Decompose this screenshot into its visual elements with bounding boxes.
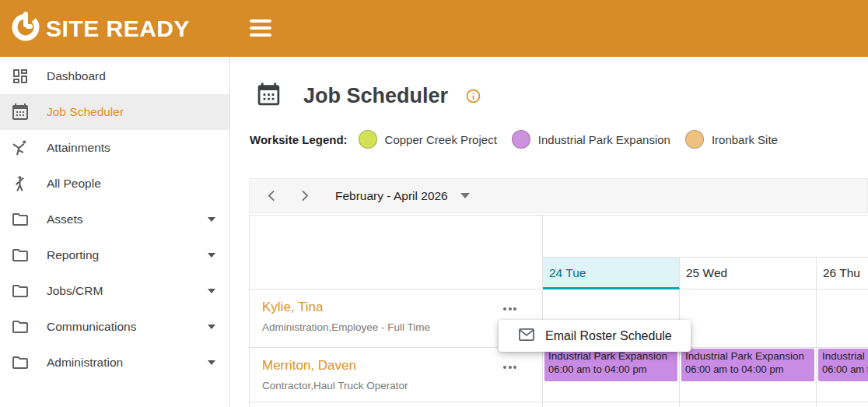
- folder-icon: [10, 245, 30, 265]
- brand-name: SITE READY: [46, 16, 190, 42]
- sidebar-item-label: Attainments: [47, 141, 110, 155]
- folder-icon: [10, 353, 30, 373]
- shift-event[interactable]: Industrial Park Expansion 06:00 am to 04…: [544, 349, 677, 381]
- legend-swatch: [512, 130, 530, 149]
- sidebar-item-job-scheduler[interactable]: Job Scheduler: [0, 94, 229, 130]
- email-roster-popup[interactable]: Email Roster Schedule: [499, 320, 691, 352]
- calendar-icon: [256, 81, 282, 111]
- sidebar-item-communications[interactable]: Communications: [0, 309, 229, 345]
- folder-icon: [10, 317, 30, 337]
- sidebar-item-all-people[interactable]: All People: [0, 166, 229, 202]
- info-icon[interactable]: [465, 88, 481, 107]
- sidebar-item-label: Jobs/CRM: [47, 284, 103, 298]
- sidebar: Dashboard Job Scheduler Attainments: [0, 57, 230, 407]
- legend-swatch: [359, 130, 377, 149]
- schedule-cell-kylie-25[interactable]: [680, 289, 817, 348]
- sidebar-item-label: Dashboard: [47, 69, 106, 83]
- date-range-label[interactable]: February - April 2026: [335, 189, 448, 203]
- sidebar-item-label: Communications: [47, 320, 136, 334]
- sidebar-item-label: Administration: [47, 356, 123, 370]
- date-range-dropdown-icon[interactable]: [460, 193, 470, 198]
- partial-row-cell: [543, 402, 680, 407]
- brand-logo-icon: [10, 12, 41, 46]
- schedule-cell-merriton-25: Industrial Park Expansion 06:00 am to 04…: [680, 348, 817, 402]
- sidebar-item-jobs-crm[interactable]: Jobs/CRM: [0, 273, 229, 309]
- shift-event[interactable]: Industrial Park Expansion 06:00 am to 04…: [681, 349, 814, 381]
- email-icon: [518, 328, 535, 345]
- schedule-grid: 24 Tue 25 Wed 26 Thu Kylie, Tina Adminis…: [249, 215, 868, 407]
- next-period-button[interactable]: [296, 188, 312, 204]
- legend-item-industrial-park: Industrial Park Expansion: [512, 130, 670, 149]
- person-name-link[interactable]: Merriton, Daven: [262, 358, 542, 374]
- person-subtitle: Contractor,Haul Truck Operator: [262, 380, 542, 391]
- person-icon: [10, 174, 30, 194]
- legend-label: Worksite Legend:: [250, 133, 348, 146]
- partial-row-cell: [250, 402, 543, 407]
- row-more-options-icon[interactable]: [501, 305, 519, 313]
- grid-corner-cell: [250, 216, 543, 289]
- martial-arts-icon: [10, 138, 30, 158]
- sidebar-item-label: Assets: [47, 212, 83, 226]
- shift-event[interactable]: Industrial Park Expansion 06:00 am to 04…: [818, 349, 868, 381]
- chevron-down-icon: [208, 289, 215, 293]
- schedule-cell-merriton-24: Industrial Park Expansion 06:00 am to 04…: [543, 348, 680, 402]
- menu-hamburger-icon[interactable]: [250, 18, 271, 38]
- schedule-cell-merriton-26: Industrial Park Expansion 06:00 am to 04…: [817, 348, 868, 402]
- job-scheduler-screen: SITE READY Dashboard Job Scheduler: [0, 0, 868, 407]
- legend-item-copper-creek: Copper Creek Project: [359, 130, 497, 149]
- page-title: Job Scheduler: [303, 84, 448, 108]
- chevron-down-icon: [208, 217, 215, 222]
- email-roster-label: Email Roster Schedule: [545, 329, 672, 343]
- grid-month-cell: [543, 216, 868, 258]
- folder-icon: [10, 281, 30, 301]
- sidebar-item-administration[interactable]: Administration: [0, 345, 229, 381]
- legend-swatch: [685, 130, 704, 149]
- chevron-down-icon: [208, 253, 215, 258]
- legend-item-ironbark: Ironbark Site: [685, 130, 778, 149]
- partial-row-cell: [817, 402, 868, 407]
- calendar-icon: [10, 102, 30, 122]
- brand-logo[interactable]: SITE READY: [10, 12, 190, 46]
- page-header: Job Scheduler: [256, 81, 481, 111]
- partial-row-cell: [680, 402, 817, 407]
- chevron-down-icon: [208, 325, 215, 329]
- sidebar-item-label: Job Scheduler: [47, 105, 124, 119]
- app-bar: SITE READY: [0, 0, 868, 57]
- sidebar-item-label: Reporting: [47, 248, 99, 262]
- person-row-merriton-daven: Merriton, Daven Contractor,Haul Truck Op…: [250, 348, 543, 402]
- chevron-down-icon: [208, 360, 215, 365]
- previous-period-button[interactable]: [264, 188, 279, 204]
- sidebar-item-dashboard[interactable]: Dashboard: [0, 58, 229, 94]
- dashboard-icon: [10, 66, 30, 86]
- sidebar-item-attainments[interactable]: Attainments: [0, 130, 229, 166]
- sidebar-item-reporting[interactable]: Reporting: [0, 237, 229, 273]
- person-name-link[interactable]: Kylie, Tina: [262, 300, 542, 315]
- row-more-options-icon[interactable]: [501, 363, 519, 371]
- folder-icon: [10, 209, 30, 230]
- day-header-24-tue[interactable]: 24 Tue: [543, 258, 680, 289]
- day-header-25-wed[interactable]: 25 Wed: [680, 258, 817, 289]
- day-header-26-thu[interactable]: 26 Thu: [817, 258, 868, 289]
- sidebar-item-assets[interactable]: Assets: [0, 202, 229, 237]
- sidebar-item-label: All People: [47, 177, 101, 191]
- schedule-cell-kylie-26[interactable]: [817, 289, 868, 348]
- date-range-toolbar: February - April 2026: [249, 178, 868, 213]
- worksite-legend: Worksite Legend: Copper Creek Project In…: [250, 130, 793, 149]
